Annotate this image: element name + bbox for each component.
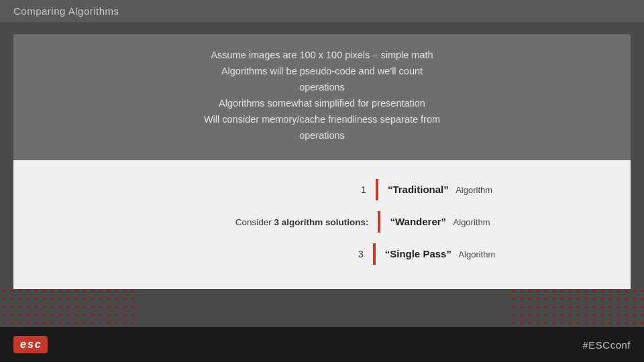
row-1-left: 1	[152, 184, 366, 195]
row-3-left: 3	[149, 249, 364, 259]
dots-left-decoration	[0, 287, 134, 327]
algo-number-3: 3	[358, 249, 364, 259]
content-text: Assume images are 100 x 100 pixels – sim…	[34, 48, 610, 144]
red-bar-1	[376, 179, 378, 200]
algo-name-3: “Single Pass” Algorithm	[385, 248, 496, 260]
algo-name-2: “Wanderer” Algorithm	[390, 216, 490, 228]
line-4: Algorithms somewhat simplified for prese…	[219, 98, 425, 109]
line-2: Algorithms will be pseudo-code and we'll…	[221, 66, 423, 76]
line-3: operations	[299, 82, 345, 93]
algorithm-row-3: 3 “Single Pass” Algorithm	[34, 243, 610, 265]
algo-name-1: “Traditional” Algorithm	[388, 184, 492, 196]
logo-e: e	[20, 339, 26, 351]
red-bar-2	[378, 211, 380, 233]
algorithm-row-1: 1 “Traditional” Algorithm	[34, 179, 610, 200]
lower-section: 1 “Traditional” Algorithm Consider 3 alg…	[13, 160, 631, 289]
row-2-left: Consider 3 algorithm solutions:	[154, 217, 368, 227]
logo-s: s	[28, 339, 34, 351]
algorithm-row-2: Consider 3 algorithm solutions: “Wandere…	[34, 211, 610, 233]
esc-logo: e s c	[13, 336, 48, 353]
line-6: operations	[299, 130, 345, 141]
line-1: Assume images are 100 x 100 pixels – sim…	[211, 50, 433, 60]
line-5: Will consider memory/cache friendliness …	[204, 114, 440, 125]
logo-c: c	[35, 339, 41, 351]
red-bar-3	[373, 243, 376, 265]
title-bar: Comparing Algorithms	[0, 0, 644, 22]
consider-text: Consider 3 algorithm solutions:	[235, 217, 369, 227]
bottom-bar: e s c #ESCconf	[0, 327, 644, 362]
algo-number-1: 1	[361, 184, 366, 195]
content-box: Assume images are 100 x 100 pixels – sim…	[13, 34, 631, 160]
page-title: Comparing Algorithms	[13, 5, 119, 17]
dots-right-decoration	[510, 287, 644, 327]
hashtag-label: #ESCconf	[582, 339, 631, 351]
